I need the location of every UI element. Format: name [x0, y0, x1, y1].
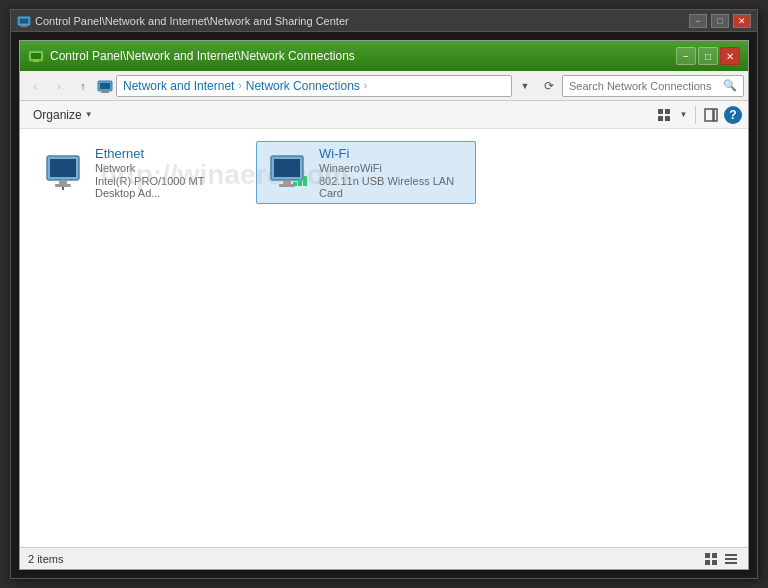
content-area: http://winaero.com — [20, 129, 748, 547]
svg-rect-32 — [712, 560, 717, 565]
search-icon: 🔍 — [723, 79, 737, 92]
inner-maximize-button[interactable]: □ — [698, 47, 718, 65]
large-icons-icon — [704, 552, 718, 566]
ethernet-computer-icon — [41, 154, 85, 192]
path-network-connections[interactable]: Network Connections — [246, 79, 360, 93]
outer-window: Control Panel\Network and Internet\Netwo… — [10, 9, 758, 579]
ethernet-connection-item[interactable]: Ethernet Network Intel(R) PRO/1000 MT De… — [32, 141, 252, 204]
inner-minimize-button[interactable]: − — [676, 47, 696, 65]
wifi-connection-item[interactable]: Wi-Fi WinaeroWiFi 802.11n USB Wireless L… — [256, 141, 476, 204]
up-button[interactable]: ↑ — [72, 75, 94, 97]
svg-rect-9 — [102, 91, 108, 92]
inner-window: Control Panel\Network and Internet\Netwo… — [19, 40, 749, 570]
svg-rect-29 — [705, 553, 710, 558]
svg-rect-11 — [658, 109, 663, 114]
organize-dropdown-icon: ▼ — [85, 110, 93, 119]
svg-rect-3 — [21, 26, 28, 27]
svg-rect-5 — [31, 53, 41, 59]
items-grid: Ethernet Network Intel(R) PRO/1000 MT De… — [28, 137, 740, 208]
svg-rect-14 — [665, 116, 670, 121]
svg-rect-19 — [59, 180, 67, 184]
inner-window-title: Control Panel\Network and Internet\Netwo… — [50, 49, 676, 63]
refresh-button[interactable]: ⟳ — [538, 75, 560, 97]
status-view-controls — [702, 551, 740, 567]
wifi-computer-icon — [265, 154, 309, 192]
svg-rect-23 — [274, 159, 300, 177]
svg-rect-15 — [705, 109, 713, 121]
toolbar-separator — [695, 106, 696, 124]
path-network-internet[interactable]: Network and Internet — [123, 79, 234, 93]
svg-rect-1 — [20, 18, 29, 23]
svg-rect-24 — [283, 180, 291, 184]
wifi-info: Wi-Fi WinaeroWiFi 802.11n USB Wireless L… — [319, 146, 469, 199]
change-view-button[interactable] — [653, 104, 675, 126]
ethernet-type: Network — [95, 162, 245, 174]
svg-rect-2 — [21, 25, 26, 26]
svg-rect-34 — [725, 558, 737, 560]
preview-pane-icon — [704, 108, 718, 122]
toolbar: Organize ▼ ▼ — [20, 101, 748, 129]
forward-button[interactable]: › — [48, 75, 70, 97]
view-dropdown-button[interactable]: ▼ — [677, 104, 691, 126]
organize-label: Organize — [33, 108, 82, 122]
breadcrumb-icon — [96, 77, 114, 95]
outer-minimize-button[interactable]: − — [689, 14, 707, 28]
svg-rect-13 — [658, 116, 663, 121]
list-view-icon — [724, 552, 738, 566]
status-bar: 2 items — [20, 547, 748, 569]
search-box: 🔍 — [562, 75, 744, 97]
ethernet-icon-container — [39, 153, 87, 193]
svg-rect-27 — [298, 179, 302, 186]
path-separator-2: › — [364, 80, 367, 91]
address-path[interactable]: Network and Internet › Network Connectio… — [116, 75, 512, 97]
svg-rect-6 — [33, 61, 39, 62]
items-count: 2 items — [28, 553, 63, 565]
wifi-name: Wi-Fi — [319, 146, 469, 161]
svg-rect-12 — [665, 109, 670, 114]
status-large-icons-button[interactable] — [702, 551, 720, 567]
outer-titlebar: Control Panel\Network and Internet\Netwo… — [11, 10, 757, 32]
address-bar: ‹ › ↑ Network and Internet › Network Con… — [20, 71, 748, 101]
wifi-type: WinaeroWiFi — [319, 162, 469, 174]
svg-rect-10 — [101, 92, 109, 93]
svg-rect-16 — [714, 109, 717, 121]
inner-titlebar: Control Panel\Network and Internet\Netwo… — [20, 41, 748, 71]
inner-window-controls: − □ ✕ — [676, 47, 740, 65]
svg-rect-26 — [293, 182, 297, 186]
ethernet-name: Ethernet — [95, 146, 245, 161]
inner-close-button[interactable]: ✕ — [720, 47, 740, 65]
preview-pane-button[interactable] — [700, 104, 722, 126]
view-controls: ▼ ? — [653, 104, 742, 126]
wifi-adapter: 802.11n USB Wireless LAN Card — [319, 175, 469, 199]
ethernet-adapter: Intel(R) PRO/1000 MT Desktop Ad... — [95, 175, 245, 199]
svg-rect-8 — [100, 83, 110, 89]
outer-window-icon — [17, 14, 31, 28]
outer-maximize-button[interactable]: □ — [711, 14, 729, 28]
svg-rect-20 — [55, 184, 71, 187]
svg-rect-18 — [50, 159, 76, 177]
outer-close-button[interactable]: ✕ — [733, 14, 751, 28]
grid-view-icon — [657, 108, 671, 122]
outer-window-title: Control Panel\Network and Internet\Netwo… — [35, 15, 689, 27]
ethernet-info: Ethernet Network Intel(R) PRO/1000 MT De… — [95, 146, 245, 199]
search-input[interactable] — [569, 80, 719, 92]
svg-rect-30 — [712, 553, 717, 558]
outer-window-controls: − □ ✕ — [689, 14, 751, 28]
back-button[interactable]: ‹ — [24, 75, 46, 97]
svg-rect-28 — [303, 176, 307, 186]
svg-rect-25 — [279, 184, 295, 187]
organize-button[interactable]: Organize ▼ — [26, 105, 100, 125]
svg-rect-33 — [725, 554, 737, 556]
wifi-icon-container — [263, 153, 311, 193]
svg-rect-35 — [725, 562, 737, 564]
inner-window-icon — [28, 48, 44, 64]
svg-rect-31 — [705, 560, 710, 565]
status-list-view-button[interactable] — [722, 551, 740, 567]
help-button[interactable]: ? — [724, 106, 742, 124]
path-separator-1: › — [238, 80, 241, 91]
address-dropdown-button[interactable]: ▼ — [514, 75, 536, 97]
